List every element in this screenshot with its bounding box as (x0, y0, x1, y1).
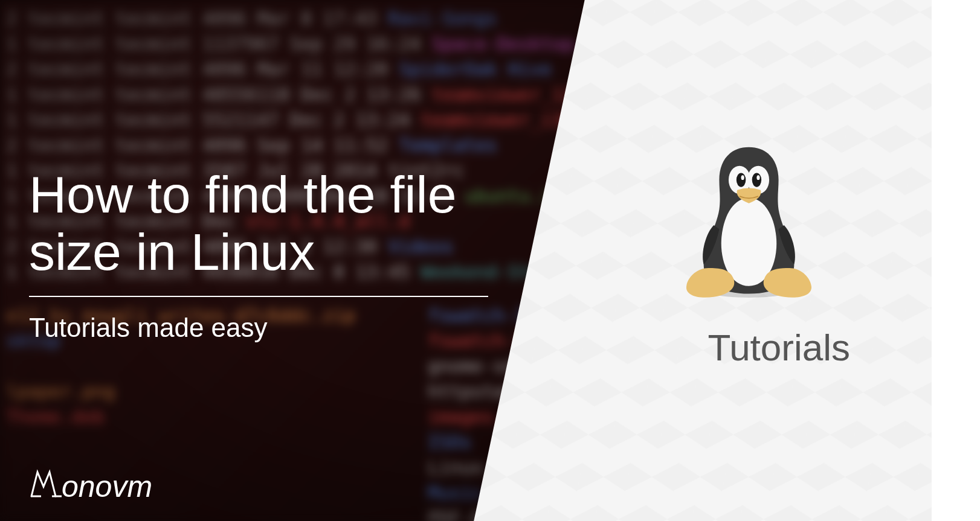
logo-text: onovm (62, 469, 152, 504)
svg-point-4 (752, 173, 762, 187)
page-subtitle: Tutorials made easy (29, 313, 268, 343)
svg-point-3 (737, 173, 746, 187)
right-frame (932, 0, 980, 521)
page-title: How to find the file size in Linux (29, 166, 512, 280)
title-divider (29, 296, 488, 297)
svg-point-6 (756, 175, 759, 180)
linux-tux-icon (669, 124, 829, 311)
logo-m-icon (29, 467, 66, 506)
monovm-logo: onovm (29, 467, 152, 506)
svg-point-5 (741, 175, 744, 180)
tutorials-label: Tutorials (708, 326, 850, 369)
